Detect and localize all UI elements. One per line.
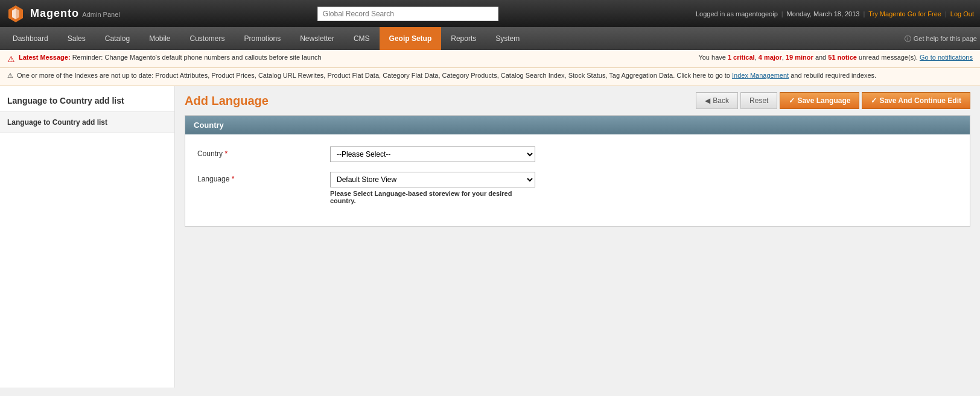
nav-item-system[interactable]: System [486,27,529,50]
logo-area: Magento Admin Panel [6,4,120,24]
msg2-suffix: and rebuild required indexes. [791,72,876,79]
message-bar-1: ⚠ Latest Message: Reminder: Change Magen… [0,50,980,68]
separator2: | [863,10,865,17]
msg1-text: Reminder: Change Magento's default phone… [72,54,322,61]
nav-item-geoip[interactable]: Geoip Setup [380,27,442,50]
go-to-notifications-link[interactable]: Go to notifications [920,54,973,61]
back-icon: ◀ [705,96,710,105]
search-input[interactable] [317,7,498,21]
msg1-critical: 1 critical [728,54,755,61]
country-label: Country * [197,146,330,158]
msg1-major: 4 major [759,54,782,61]
msg1-label: Latest Message: [19,54,71,61]
language-row: Language * Default Store View Please Sel… [197,172,958,204]
help-label: Get help for this page [914,35,977,42]
action-buttons: ◀ Back Reset ✓ Save Language ✓ Save And … [696,92,970,109]
logo-subtitle: Admin Panel [82,11,119,18]
msg1-right: You have 1 critical, 4 major, 19 minor a… [698,54,973,61]
msg2-label: One or more of the Indexes are not up to… [17,72,153,79]
sidebar: Language to Country add list Language to… [0,86,175,388]
warning-icon-1: ⚠ [7,54,15,64]
save-continue-check-icon: ✓ [871,96,877,105]
back-label: Back [713,96,729,105]
language-label: Language * [197,172,330,183]
country-required-star: * [224,149,228,158]
msg1-suffix: unread message(s). [859,54,918,61]
save-continue-button[interactable]: ✓ Save And Continue Edit [862,92,970,109]
save-language-button[interactable]: ✓ Save Language [780,92,859,109]
country-select[interactable]: --Please Select-- [330,146,535,162]
msg1-notice: 51 notice [828,54,857,61]
nav-item-mobile[interactable]: Mobile [139,27,180,50]
language-required-star: * [232,175,235,183]
sidebar-title: Language to Country add list [0,86,174,112]
language-label-text: Language [197,175,229,183]
header: Magento Admin Panel Logged in as magento… [0,0,980,27]
warning-icon-2: ⚠ [7,72,13,80]
msg1-prefix: You have [698,54,728,61]
search-bar [317,7,498,21]
nav-item-sales[interactable]: Sales [58,27,95,50]
logged-in-label: Logged in as magentogeoip [696,10,778,17]
language-select[interactable]: Default Store View [330,172,535,187]
main-content: Add Language ◀ Back Reset ✓ Save Languag… [175,86,980,388]
country-row: Country * --Please Select-- [197,146,958,162]
nav-item-catalog[interactable]: Catalog [95,27,139,50]
save-language-label: Save Language [797,96,850,105]
language-field: Default Store View Please Select Languag… [330,172,958,204]
save-language-check-icon: ✓ [789,96,795,105]
language-hint: Please Select Language-based storeview f… [330,190,535,204]
nav-item-promotions[interactable]: Promotions [235,27,291,50]
form-section-country: Country Country * --Please Select-- [185,115,970,227]
separator3: | [945,10,947,17]
nav-item-customers[interactable]: Customers [180,27,234,50]
logo-brand: Magento [30,7,79,19]
nav-item-dashboard[interactable]: Dashboard [3,27,58,50]
country-label-text: Country [197,149,223,158]
msg1-minor: 19 minor [786,54,813,61]
form-section-header: Country [185,116,970,134]
form-body: Country * --Please Select-- Language * [185,134,970,226]
nav-item-reports[interactable]: Reports [441,27,486,50]
content-area: Language to Country add list Language to… [0,86,980,388]
index-management-link[interactable]: Index Management [732,72,789,79]
reset-button[interactable]: Reset [740,92,777,109]
message-bar-2: ⚠ One or more of the Indexes are not up … [0,68,980,86]
help-icon: ⓘ [905,34,911,43]
magento-logo-icon [6,4,25,24]
separator1: | [781,10,783,17]
page-header: Add Language ◀ Back Reset ✓ Save Languag… [185,92,970,115]
msg2-text: Product Attributes, Product Prices, Cata… [155,72,732,79]
country-field: --Please Select-- [330,146,958,162]
nav-item-newsletter[interactable]: Newsletter [290,27,344,50]
save-continue-label: Save And Continue Edit [879,96,961,105]
header-right: Logged in as magentogeoip | Monday, Marc… [696,10,974,17]
nav: Dashboard Sales Catalog Mobile Customers… [0,27,980,50]
date-label: Monday, March 18, 2013 [787,10,860,17]
nav-item-cms[interactable]: CMS [344,27,380,50]
sidebar-link-language-country[interactable]: Language to Country add list [0,112,174,133]
logout-link[interactable]: Log Out [950,10,974,17]
get-help-button[interactable]: ⓘ Get help for this page [905,27,977,50]
back-button[interactable]: ◀ Back [696,92,738,109]
try-magento-link[interactable]: Try Magento Go for Free [868,10,941,17]
page-title: Add Language [185,94,696,108]
